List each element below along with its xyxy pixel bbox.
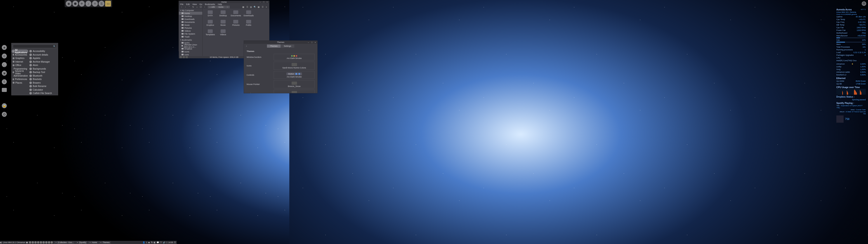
folder-data[interactable]: DATA [204,10,216,19]
menu-file[interactable]: File [180,3,184,5]
category-internet[interactable]: Internet [11,60,28,64]
dock-atom[interactable]: ⚛ [92,1,98,6]
sidebar-item-file-system[interactable]: File System [179,32,202,35]
tray-updates-icon[interactable]: 🛡 [160,241,162,244]
view-toggle-button[interactable] [186,56,188,58]
side-chrome-icon[interactable]: ◎ [2,54,7,59]
menu-button[interactable]: ◐ [0,241,2,244]
app-backgrounds[interactable]: Backgrounds [28,67,58,71]
crumb-next[interactable]: › [225,6,230,8]
reload-button[interactable]: ↻ [191,5,195,8]
theme-picker[interactable]: Breeze_Snow [274,80,315,88]
folder-downloads[interactable]: Downloads [243,10,255,19]
ql-6[interactable] [42,241,45,244]
workspace-indicator[interactable]: 1 [146,241,147,244]
app-atom[interactable]: Atom [28,63,58,67]
tray-calendar-icon[interactable]: ☰ [174,241,176,244]
ql-9[interactable] [51,241,53,244]
category-office[interactable]: Office [11,63,28,67]
category-places[interactable]: Places [11,81,28,85]
folder-videos[interactable]: Videos [217,29,229,38]
folder-documents[interactable]: Documents [230,10,242,19]
sidebar-item-documents[interactable]: Documents [179,21,202,24]
show-desktop-button[interactable]: ▣ [26,241,28,244]
app-calculator[interactable]: Calculator [28,88,58,92]
category-preferences[interactable]: Preferences [11,78,28,81]
task--spotify-[interactable]: ▪[Spotify] [75,241,88,244]
close-icon[interactable]: × [315,41,317,43]
search-button[interactable]: 🔍 [253,5,256,8]
minimize-icon[interactable]: – [308,41,310,43]
app-bluetooth[interactable]: Bluetooth [28,74,58,78]
ql-3[interactable] [34,241,37,244]
dock-telegram[interactable]: ✈ [79,1,85,6]
side-folder-icon[interactable] [2,88,7,92]
tray-dropbox-icon[interactable]: ◧ [154,241,156,244]
minimize-icon[interactable]: – [260,1,262,3]
ql-1[interactable] [29,241,31,244]
menu-help[interactable]: Help [218,3,222,5]
app-account-details[interactable]: Account details [28,53,58,57]
sidebar-item-pictures[interactable]: Pictures [179,26,202,29]
dock-firefox[interactable]: ◉ [66,1,72,6]
tray-user-icon[interactable]: 👤 [143,241,145,244]
folder-public[interactable]: Public [243,20,255,28]
app-brasero[interactable]: Brasero [28,81,58,85]
view-list2-button[interactable]: ☰ [261,5,264,8]
window-titlebar[interactable]: Themes – □ × [244,41,317,44]
menu-edit[interactable]: Edit [186,3,190,5]
category-accessories[interactable]: Accessories [11,53,28,57]
side-sublime-icon[interactable]: S [2,79,7,84]
task--collecties-goo-[interactable]: ▪[Collecties - Goo... [54,241,75,244]
maximize-icon[interactable]: □ [263,1,265,3]
task-themes[interactable]: ▪Themes [98,241,111,244]
mint-logo-icon[interactable]: ⓜ [862,1,866,6]
view-compact2-button[interactable]: ≡ [265,5,268,8]
sidebar-item-ultimate-linux-mint-c-[interactable]: Ultimate-Linux-Mint-18.1-C... [179,44,202,47]
dock-sublime[interactable]: S [98,1,104,6]
sidebar-item-trash[interactable]: Trash [179,35,202,38]
menu-go[interactable]: Go [199,3,202,5]
view-list-button[interactable]: ☰ [246,5,249,8]
view-places-button[interactable] [183,56,185,58]
side-lock-icon[interactable]: 🔒 [2,103,7,108]
app-accessibility[interactable]: Accessibility [28,50,58,53]
ql-4[interactable] [37,241,39,244]
app-backup-tool[interactable]: Backup Tool [28,70,58,74]
tray-removable-icon[interactable]: ⏏ [148,241,150,244]
sidebar-item-icons[interactable]: icons [179,50,202,53]
sidebar-item-downloads[interactable]: Downloads [179,18,202,21]
side-power-icon[interactable]: ⏻ [2,112,7,117]
menu-bookmarks[interactable]: Bookmarks [205,3,215,5]
theme-picker[interactable]: Sardi-Mono-Numix-Colora [274,62,315,70]
theme-picker[interactable]: ButtonArc-Dark-Smoke [274,71,315,79]
app-archive-manager[interactable]: Archive Manager [28,60,58,64]
tray-notify-icon[interactable]: 💬 [157,241,159,244]
side-firefox-icon[interactable]: ◉ [2,45,7,50]
ql-8[interactable] [48,241,50,244]
sidebar-item-cons[interactable]: cons [179,53,202,56]
crumb-home[interactable]: ⌂erik [208,6,217,8]
path-toggle[interactable]: ‹ [203,5,206,8]
app-catfish-file-search[interactable]: Catfish File Search [28,92,58,95]
sidebar-item-home[interactable]: Home [179,12,202,15]
theme-picker[interactable]: Arc-Dark-Smoke [274,90,315,93]
app-bulk-rename[interactable]: Bulk Rename [28,85,58,88]
app-brackets[interactable]: Brackets [28,78,58,81]
home-button[interactable]: ⌂ [195,5,199,8]
side-terminal-icon[interactable]: ›_ [2,62,7,67]
dock-steam[interactable]: ⬢ [72,1,78,6]
chevron-down-icon[interactable]: ▾ [180,39,181,41]
ql-5[interactable] [40,241,42,244]
back-button[interactable]: ‹ [180,5,183,8]
view-icons2-button[interactable]: ▦ [257,5,260,8]
folder-desktop[interactable]: Desktop [217,10,229,19]
clock[interactable]: 14:55 [168,241,173,244]
menu-search[interactable]: 🔍 [13,44,57,48]
view-compact-button[interactable]: ▤ [249,5,253,8]
tab-settings[interactable]: Settings [281,44,294,48]
folder-music[interactable]: Music [217,20,229,28]
category-graphics[interactable]: Graphics [11,57,28,60]
tray-network-icon[interactable]: ⇅ [151,241,153,244]
sidebar-item-desktop[interactable]: Desktop [179,15,202,18]
